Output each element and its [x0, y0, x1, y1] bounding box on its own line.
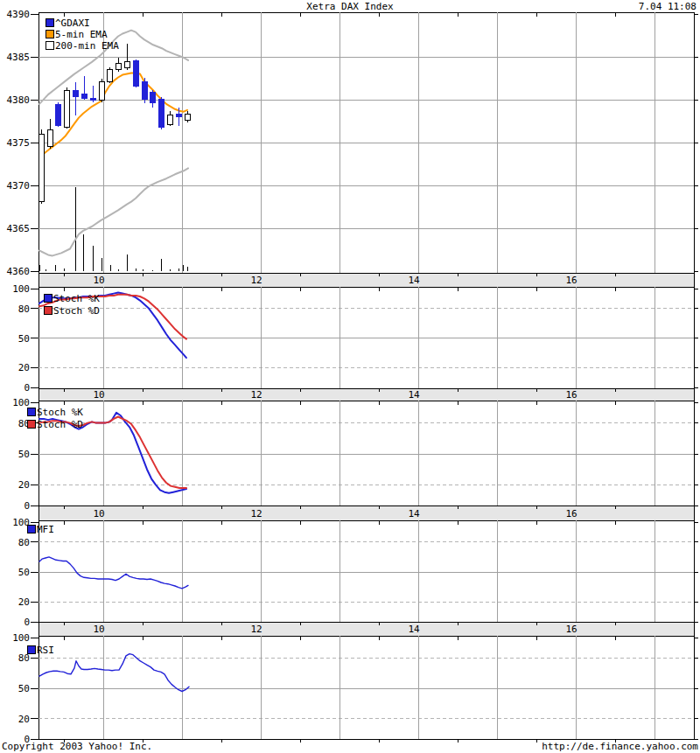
legend-label: Stoch %K: [53, 293, 100, 304]
legend-label: 5-min EMA: [55, 29, 108, 40]
candle-down: [158, 99, 164, 127]
candle-down: [90, 98, 95, 101]
time-axis-label: 16: [565, 624, 577, 635]
y-axis-label: 50: [18, 449, 30, 460]
legend-swatch-icon: [46, 41, 53, 49]
candle-down: [142, 81, 147, 99]
time-axis-label: 16: [565, 275, 577, 286]
legend-label: Stoch %K: [37, 407, 83, 418]
candle-up: [116, 64, 121, 70]
y-axis-label: 20: [18, 714, 30, 725]
y-axis-label: 100: [12, 397, 30, 408]
legend-label: RSI: [37, 645, 54, 656]
candle-down: [133, 61, 138, 86]
candle-up: [38, 134, 44, 201]
y-axis-label: 20: [18, 362, 30, 373]
candle-down: [73, 90, 78, 96]
time-axis-band: [38, 388, 694, 401]
legend-swatch-icon: [27, 408, 35, 415]
time-axis-label: 10: [93, 508, 104, 519]
y-axis-label: 100: [12, 283, 30, 295]
time-axis-label: 10: [93, 389, 104, 401]
y-axis-label: 0: [24, 382, 30, 394]
time-axis-label: 12: [250, 389, 262, 401]
yahoo-finance-chart: 1012141610121416101214161012141643904385…: [0, 0, 700, 753]
legend-swatch-icon: [27, 525, 35, 533]
y-axis-label: 80: [18, 652, 30, 664]
candle-down: [176, 115, 181, 117]
y-axis-label: 50: [18, 683, 30, 694]
legend-label: MFI: [37, 524, 54, 535]
rsi-panel: [38, 636, 694, 739]
chart-datetime: 7.04 11:08: [639, 1, 696, 12]
legend-swatch-icon: [44, 294, 52, 302]
time-axis-label: 16: [565, 508, 577, 519]
time-axis-label: 14: [408, 508, 420, 519]
candle-up: [185, 115, 190, 121]
legend-swatch-icon: [46, 18, 53, 26]
candle-down: [81, 94, 87, 98]
candle-up: [124, 62, 130, 68]
candle-down: [150, 92, 155, 103]
time-axis-label: 14: [408, 624, 420, 635]
y-axis-label: 4360: [7, 266, 31, 277]
candle-up: [64, 90, 69, 127]
legend-label: Stoch %D: [53, 305, 100, 317]
legend-swatch-icon: [27, 645, 35, 653]
candle-up: [167, 115, 172, 125]
time-axis-label: 16: [565, 389, 577, 401]
stoch-slow-panel: [38, 401, 694, 505]
y-axis-label: 20: [18, 596, 30, 608]
candle-up: [99, 81, 104, 101]
time-axis-band: [38, 273, 694, 287]
legend-swatch-icon: [27, 420, 35, 428]
time-axis-band: [38, 505, 694, 520]
time-axis-label: 14: [408, 275, 420, 286]
y-axis-label: 4365: [7, 223, 31, 234]
time-axis-label: 14: [408, 389, 420, 401]
y-axis-label: 50: [18, 567, 30, 578]
y-axis-label: 4375: [7, 137, 31, 149]
y-axis-label: 50: [18, 333, 30, 345]
y-axis-label: 20: [18, 479, 30, 491]
legend-label: ^GDAXI: [55, 17, 90, 29]
copyright-text: Copyright 2003 Yahoo! Inc.: [2, 741, 152, 752]
source-url-text: http://de.finance.yahoo.com: [542, 741, 698, 752]
time-axis-band: [38, 622, 694, 636]
time-axis-label: 10: [93, 624, 104, 635]
y-axis-label: 4385: [7, 52, 31, 63]
mfi-panel: [38, 520, 694, 622]
legend-label: 200-min EMA: [55, 40, 119, 52]
legend-swatch-icon: [44, 306, 52, 314]
chart-canvas: 1012141610121416101214161012141643904385…: [0, 0, 700, 753]
y-axis-label: 80: [18, 303, 30, 315]
legend-label: Stoch %D: [37, 419, 83, 430]
chart-title: Xetra DAX Index: [0, 1, 700, 12]
y-axis-label: 0: [24, 617, 30, 628]
candle-up: [47, 129, 52, 147]
time-axis-label: 12: [250, 624, 262, 635]
y-axis-label: 100: [12, 632, 30, 644]
y-axis-label: 4370: [7, 180, 31, 192]
y-axis-label: 80: [18, 537, 30, 548]
time-axis-label: 12: [250, 275, 262, 286]
time-axis-label: 10: [93, 275, 104, 286]
candle-down: [55, 105, 60, 126]
time-axis-label: 12: [250, 508, 262, 519]
y-axis-label: 4380: [7, 94, 31, 106]
y-axis-label: 0: [24, 500, 30, 512]
candle-up: [107, 70, 112, 82]
legend-swatch-icon: [46, 30, 53, 38]
